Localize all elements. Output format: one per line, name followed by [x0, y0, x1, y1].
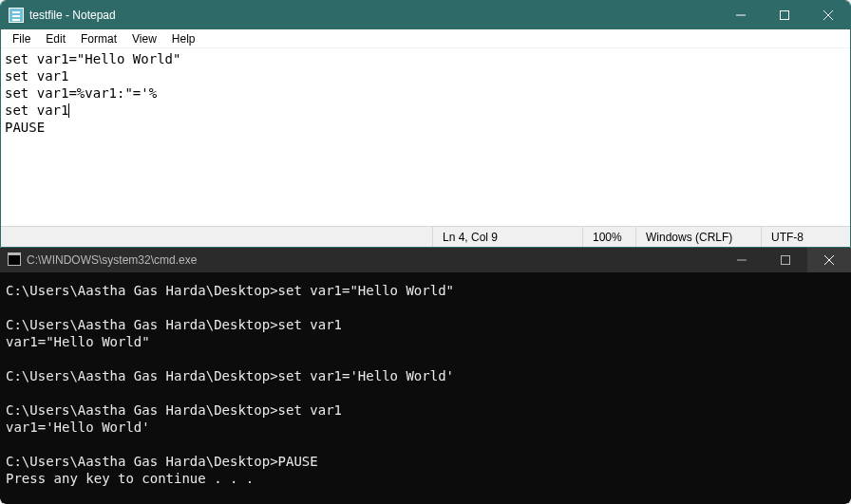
- menu-edit[interactable]: Edit: [38, 31, 73, 47]
- cmd-minimize-button[interactable]: [720, 248, 764, 272]
- status-zoom: 100%: [582, 227, 635, 247]
- cmd-maximize-button[interactable]: [764, 248, 807, 272]
- statusbar: Ln 4, Col 9 100% Windows (CRLF) UTF-8: [1, 226, 850, 247]
- menubar: File Edit Format View Help: [1, 29, 850, 48]
- status-flex: [1, 227, 432, 247]
- cmd-titlebar[interactable]: C:\WINDOWS\system32\cmd.exe: [0, 248, 851, 272]
- line: set var1: [5, 68, 68, 84]
- menu-help[interactable]: Help: [164, 31, 203, 47]
- cmd-title-text: C:\WINDOWS\system32\cmd.exe: [27, 253, 197, 267]
- menu-format[interactable]: Format: [73, 31, 124, 47]
- line: set var1=%var1:"='%: [5, 85, 157, 101]
- notepad-titlebar[interactable]: testfile - Notepad: [1, 1, 850, 29]
- maximize-button[interactable]: [763, 1, 806, 29]
- line: set var1: [5, 103, 68, 118]
- text-editor[interactable]: set var1="Hello World" set var1 set var1…: [1, 48, 850, 226]
- notepad-title-text: testfile - Notepad: [29, 9, 116, 22]
- cmd-window: C:\WINDOWS\system32\cmd.exe C:\Users\Aas…: [0, 248, 851, 504]
- line: set var1="Hello World": [5, 51, 180, 66]
- status-lncol: Ln 4, Col 9: [432, 227, 582, 247]
- svg-rect-1: [781, 11, 789, 20]
- cmd-icon: [8, 254, 21, 266]
- notepad-window: testfile - Notepad File Edit Format View…: [0, 0, 851, 248]
- text-caret: [68, 103, 69, 118]
- cmd-output[interactable]: C:\Users\Aastha Gas Harda\Desktop>set va…: [0, 272, 851, 504]
- line: PAUSE: [5, 120, 45, 135]
- menu-file[interactable]: File: [5, 31, 38, 47]
- cmd-close-button[interactable]: [807, 248, 851, 272]
- status-encoding: UTF-8: [761, 227, 850, 247]
- menu-view[interactable]: View: [124, 31, 164, 47]
- svg-rect-5: [782, 256, 790, 265]
- minimize-button[interactable]: [719, 1, 763, 29]
- close-button[interactable]: [806, 1, 850, 29]
- notepad-icon: [9, 8, 24, 23]
- status-eol: Windows (CRLF): [635, 227, 761, 247]
